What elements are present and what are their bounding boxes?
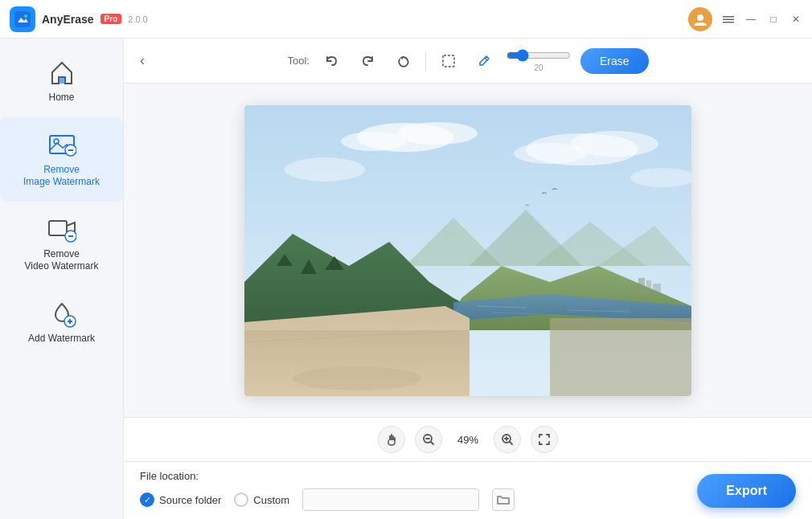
erase-button[interactable]: Erase <box>580 48 649 74</box>
custom-radio[interactable]: Custom <box>234 492 289 507</box>
export-button[interactable]: Export <box>697 474 796 508</box>
svg-point-1 <box>24 14 27 18</box>
svg-rect-6 <box>59 77 65 84</box>
footer-left: File location: Source folder Custom <box>140 470 515 511</box>
custom-label: Custom <box>253 494 289 506</box>
app-name: AnyErase <box>42 13 94 26</box>
sidebar-item-add-watermark[interactable]: Add Watermark <box>0 286 123 358</box>
svg-point-25 <box>341 132 405 151</box>
zoom-in-button[interactable] <box>494 426 521 453</box>
svg-rect-36 <box>638 278 645 294</box>
titlebar: AnyErase Pro 2.0.0 — □ ✕ <box>0 0 812 39</box>
landscape-image <box>244 105 691 396</box>
toolbar: ‹ Tool: 20 Erase <box>124 39 812 84</box>
svg-rect-37 <box>646 280 651 294</box>
svg-rect-35 <box>550 318 691 396</box>
titlebar-left: AnyErase Pro 2.0.0 <box>10 6 148 32</box>
zoom-controls: 49% <box>124 417 812 461</box>
back-button[interactable]: ‹ <box>140 52 145 69</box>
sidebar-home-label: Home <box>48 92 74 104</box>
svg-rect-20 <box>443 55 454 67</box>
zoom-out-button[interactable] <box>415 426 442 453</box>
file-location-label: File location: <box>140 470 515 482</box>
custom-radio-indicator <box>234 492 248 507</box>
app-version: 2.0.0 <box>128 14 147 24</box>
brush-size-value: 20 <box>534 63 543 72</box>
brush-size-slider[interactable] <box>506 49 571 62</box>
source-folder-radio-indicator <box>140 492 154 507</box>
restore-button[interactable] <box>390 48 416 74</box>
minimize-button[interactable]: — <box>744 13 757 26</box>
undo-button[interactable] <box>319 48 345 74</box>
footer: File location: Source folder Custom <box>124 461 812 519</box>
titlebar-right: — □ ✕ <box>688 7 802 31</box>
sidebar-add-watermark-label: Add Watermark <box>28 333 95 345</box>
sidebar-item-home[interactable]: Home <box>0 45 123 117</box>
svg-rect-3 <box>723 16 734 18</box>
sidebar-item-remove-video[interactable]: RemoveVideo Watermark <box>0 202 123 286</box>
home-icon <box>47 58 76 87</box>
radio-group: Source folder Custom <box>140 488 515 511</box>
redo-button[interactable] <box>355 48 380 74</box>
add-watermark-icon <box>47 299 76 328</box>
svg-rect-4 <box>723 18 734 20</box>
divider-1 <box>425 51 426 71</box>
menu-button[interactable] <box>722 13 735 26</box>
brush-size-control: 20 <box>506 49 571 72</box>
svg-point-39 <box>293 366 421 390</box>
svg-point-28 <box>514 143 586 164</box>
image-canvas <box>244 105 691 396</box>
app-icon <box>10 6 35 32</box>
remove-image-icon <box>47 130 76 159</box>
zoom-value: 49% <box>452 434 484 446</box>
brush-tool-button[interactable] <box>471 48 497 74</box>
remove-video-icon <box>47 215 76 243</box>
sidebar-remove-image-label: RemoveImage Watermark <box>23 164 100 189</box>
svg-rect-38 <box>653 284 661 294</box>
svg-line-21 <box>485 58 487 60</box>
content-area: ‹ Tool: 20 Erase <box>124 39 812 519</box>
sidebar-remove-video-label: RemoveVideo Watermark <box>24 248 98 273</box>
svg-point-29 <box>285 157 365 182</box>
maximize-button[interactable]: □ <box>767 13 780 26</box>
source-folder-label: Source folder <box>159 494 221 506</box>
pro-badge: Pro <box>100 14 122 24</box>
sidebar-item-remove-image[interactable]: RemoveImage Watermark <box>0 117 123 202</box>
browse-folder-button[interactable] <box>492 488 515 511</box>
svg-line-42 <box>431 442 433 444</box>
close-button[interactable]: ✕ <box>789 13 802 26</box>
svg-line-46 <box>510 442 512 444</box>
svg-rect-5 <box>723 22 734 23</box>
custom-path-input[interactable] <box>302 488 479 511</box>
select-tool-button[interactable] <box>436 48 461 74</box>
svg-point-2 <box>697 14 703 21</box>
svg-rect-12 <box>49 221 67 235</box>
hand-tool-button[interactable] <box>378 426 405 453</box>
fullscreen-button[interactable] <box>531 426 558 453</box>
sidebar: Home RemoveImage Watermark <box>0 39 124 519</box>
avatar-button[interactable] <box>688 7 712 31</box>
tool-label: Tool: <box>287 55 309 67</box>
source-folder-radio[interactable]: Source folder <box>140 492 221 507</box>
main-layout: Home RemoveImage Watermark <box>0 39 812 519</box>
image-area <box>124 84 812 417</box>
svg-point-24 <box>397 122 478 145</box>
